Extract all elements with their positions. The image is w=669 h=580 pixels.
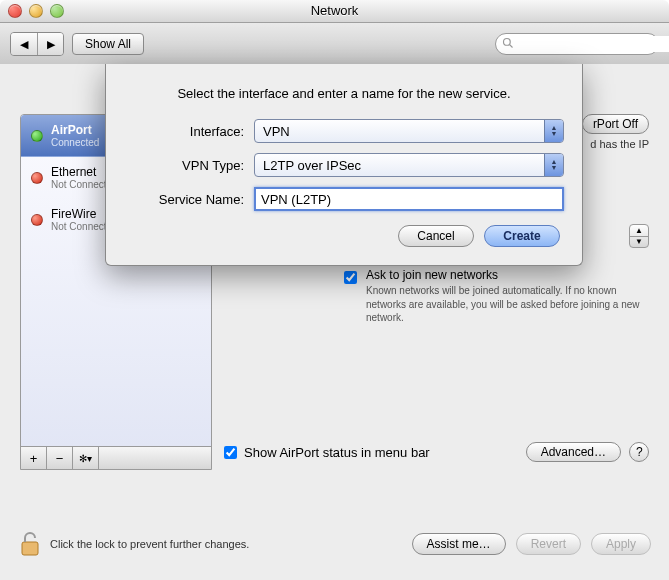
assist-button[interactable]: Assist me… bbox=[412, 533, 506, 555]
sheet-prompt: Select the interface and enter a name fo… bbox=[124, 86, 564, 101]
vpn-type-value: L2TP over IPSec bbox=[263, 158, 361, 173]
ask-join-checkbox[interactable] bbox=[344, 271, 357, 284]
show-status-label: Show AirPort status in menu bar bbox=[244, 445, 430, 460]
ask-join-label: Ask to join new networks bbox=[366, 268, 498, 282]
add-service-button[interactable]: + bbox=[21, 447, 47, 469]
status-text: d has the IP bbox=[582, 138, 649, 150]
cancel-button[interactable]: Cancel bbox=[398, 225, 474, 247]
show-status-checkbox[interactable] bbox=[224, 446, 237, 459]
network-name-popup-stepper[interactable]: ▲ ▼ bbox=[629, 224, 649, 248]
ask-join-hint: Known networks will be joined automatica… bbox=[366, 284, 649, 325]
svg-point-0 bbox=[504, 38, 511, 45]
status-dot-icon bbox=[31, 172, 43, 184]
service-status: Connected bbox=[51, 137, 99, 148]
service-name: FireWire bbox=[51, 207, 96, 221]
popup-arrows-icon: ▲▼ bbox=[544, 120, 563, 142]
create-button[interactable]: Create bbox=[484, 225, 560, 247]
search-icon bbox=[502, 37, 514, 52]
forward-button[interactable]: ▶ bbox=[37, 33, 63, 55]
turn-airport-off-button[interactable]: rPort Off bbox=[582, 114, 649, 134]
help-button[interactable]: ? bbox=[629, 442, 649, 462]
show-all-button[interactable]: Show All bbox=[72, 33, 144, 55]
revert-button[interactable]: Revert bbox=[516, 533, 581, 555]
interface-value: VPN bbox=[263, 124, 290, 139]
status-dot-icon bbox=[31, 130, 43, 142]
remove-service-button[interactable]: − bbox=[47, 447, 73, 469]
search-input[interactable] bbox=[518, 36, 669, 52]
popup-arrows-icon: ▲▼ bbox=[544, 154, 563, 176]
lock-text: Click the lock to prevent further change… bbox=[50, 538, 249, 550]
back-button[interactable]: ◀ bbox=[11, 33, 37, 55]
chevron-down-icon: ▼ bbox=[630, 236, 648, 248]
service-name-label: Service Name: bbox=[124, 192, 254, 207]
svg-rect-2 bbox=[22, 542, 38, 555]
lock-icon[interactable] bbox=[18, 530, 42, 558]
service-name: Ethernet bbox=[51, 165, 96, 179]
svg-line-1 bbox=[510, 44, 513, 47]
nav-back-forward: ◀ ▶ bbox=[10, 32, 64, 56]
advanced-button[interactable]: Advanced… bbox=[526, 442, 621, 462]
vpn-type-label: VPN Type: bbox=[124, 158, 254, 173]
service-name: AirPort bbox=[51, 123, 92, 137]
new-service-sheet: Select the interface and enter a name fo… bbox=[105, 64, 583, 266]
chevron-up-icon: ▲ bbox=[630, 225, 648, 236]
interface-label: Interface: bbox=[124, 124, 254, 139]
status-dot-icon bbox=[31, 214, 43, 226]
interface-popup[interactable]: VPN ▲▼ bbox=[254, 119, 564, 143]
service-name-input[interactable] bbox=[254, 187, 564, 211]
vpn-type-popup[interactable]: L2TP over IPSec ▲▼ bbox=[254, 153, 564, 177]
window-title: Network bbox=[0, 0, 669, 22]
search-field[interactable] bbox=[495, 33, 659, 55]
service-actions-button[interactable]: ✻▾ bbox=[73, 447, 99, 469]
apply-button[interactable]: Apply bbox=[591, 533, 651, 555]
